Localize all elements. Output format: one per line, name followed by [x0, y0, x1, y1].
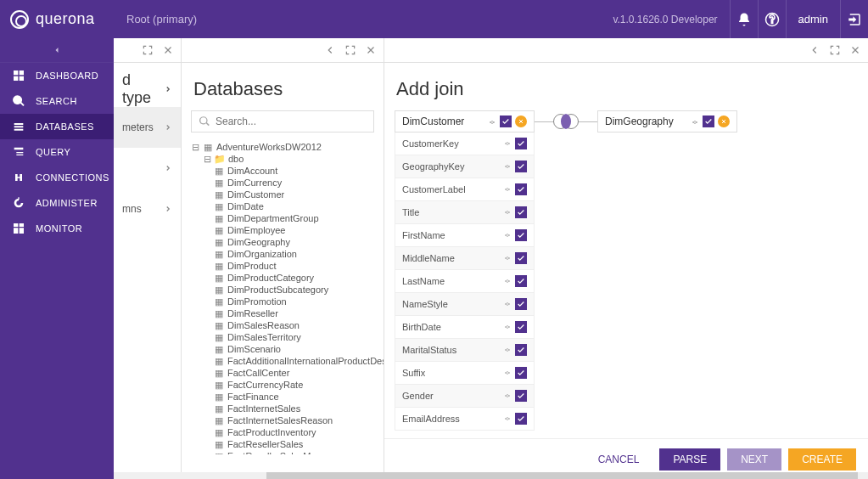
- close-icon[interactable]: [365, 44, 377, 56]
- tree-table[interactable]: ▦DimScenario: [191, 343, 374, 355]
- logout-icon[interactable]: [840, 0, 868, 38]
- expand-toggle-icon[interactable]: [503, 392, 512, 400]
- field-row[interactable]: MaritalStatus: [395, 339, 535, 362]
- tree-table[interactable]: ▦DimGeography: [191, 236, 374, 248]
- help-icon[interactable]: [758, 0, 786, 38]
- field-checkbox[interactable]: [515, 183, 527, 195]
- field-row[interactable]: EmailAddress: [395, 408, 535, 431]
- expand-toggle-icon[interactable]: [503, 277, 512, 285]
- field-row[interactable]: LastName: [395, 270, 535, 293]
- field-checkbox[interactable]: [515, 206, 527, 218]
- remove-button[interactable]: [718, 116, 730, 127]
- tree-table[interactable]: ▦DimSalesReason: [191, 319, 374, 331]
- tree-table[interactable]: ▦FactAdditionalInternationalProductDescr…: [191, 355, 374, 367]
- collapse-icon[interactable]: [488, 117, 496, 126]
- next-button[interactable]: NEXT: [727, 448, 781, 471]
- field-row[interactable]: NameStyle: [395, 293, 535, 316]
- expand-toggle-icon[interactable]: [503, 323, 512, 331]
- sidebar-item-monitor[interactable]: MONITOR: [0, 216, 114, 241]
- search-field[interactable]: [216, 116, 367, 127]
- field-row[interactable]: BirthDate: [395, 316, 535, 339]
- tree-table[interactable]: ▦DimProduct: [191, 260, 374, 272]
- field-checkbox[interactable]: [515, 344, 527, 356]
- expand-toggle-icon[interactable]: [503, 231, 512, 240]
- field-checkbox[interactable]: [515, 252, 527, 264]
- field-checkbox[interactable]: [515, 138, 527, 149]
- tree-database[interactable]: ⊟▦AdventureWorksDW2012: [191, 141, 374, 153]
- field-checkbox[interactable]: [515, 413, 527, 425]
- check-all[interactable]: [500, 116, 512, 127]
- join-type-icon[interactable]: [553, 110, 579, 132]
- tree-table[interactable]: ▦FactProductInventory: [191, 426, 374, 438]
- remove-button[interactable]: [515, 116, 527, 127]
- parse-button[interactable]: PARSE: [659, 448, 720, 471]
- tree-table[interactable]: ▦DimSalesTerritory: [191, 331, 374, 343]
- breadcrumb[interactable]: Root (primary): [114, 13, 197, 25]
- tree-table[interactable]: ▦FactFinance: [191, 391, 374, 403]
- tree-table[interactable]: ▦FactInternetSales: [191, 403, 374, 414]
- expand-toggle-icon[interactable]: [503, 139, 512, 148]
- tree-table[interactable]: ▦FactCallCenter: [191, 367, 374, 379]
- expand-toggle-icon[interactable]: [503, 300, 512, 308]
- expand-icon[interactable]: [142, 44, 154, 56]
- expand-toggle-icon[interactable]: [503, 254, 512, 262]
- expand-icon[interactable]: [829, 44, 841, 56]
- cancel-button[interactable]: CANCEL: [585, 448, 653, 471]
- sidebar-collapse-button[interactable]: [0, 38, 114, 63]
- field-checkbox[interactable]: [515, 298, 527, 310]
- chevron-right-icon[interactable]: [164, 85, 172, 93]
- tree-table[interactable]: ▦DimDepartmentGroup: [191, 212, 374, 224]
- sub-item-columns[interactable]: mns: [114, 189, 181, 229]
- sidebar-item-administer[interactable]: ADMINISTER: [0, 190, 114, 216]
- tree-table[interactable]: ▦DimProductSubcategory: [191, 284, 374, 296]
- tree-schema[interactable]: ⊟📁dbo: [191, 153, 374, 165]
- tree-table[interactable]: ▦DimCustomer: [191, 189, 374, 200]
- sidebar-item-search[interactable]: SEARCH: [0, 88, 114, 114]
- expand-toggle-icon[interactable]: [503, 369, 512, 377]
- field-row[interactable]: Gender: [395, 385, 535, 408]
- tree-table[interactable]: ▦DimOrganization: [191, 248, 374, 260]
- close-icon[interactable]: [849, 44, 861, 56]
- field-row[interactable]: Suffix: [395, 362, 535, 385]
- field-checkbox[interactable]: [515, 390, 527, 402]
- chevron-left-icon[interactable]: [324, 44, 336, 56]
- check-all[interactable]: [703, 116, 714, 127]
- logo[interactable]: querona: [0, 0, 114, 38]
- tree-table[interactable]: ▦DimDate: [191, 200, 374, 212]
- tree-table[interactable]: ▦DimAccount: [191, 165, 374, 177]
- tree-table[interactable]: ▦DimPromotion: [191, 296, 374, 307]
- expand-toggle-icon[interactable]: [503, 162, 512, 171]
- tree-table[interactable]: ▦FactResellerSales: [191, 438, 374, 450]
- expand-toggle-icon[interactable]: [503, 208, 512, 217]
- user-label[interactable]: admin: [786, 0, 840, 38]
- notifications-icon[interactable]: [730, 0, 758, 38]
- expand-toggle-icon[interactable]: [691, 117, 699, 126]
- sidebar-item-connections[interactable]: CONNECTIONS: [0, 165, 114, 190]
- expand-toggle-icon[interactable]: [503, 414, 512, 423]
- close-icon[interactable]: [162, 44, 174, 56]
- tree-table[interactable]: ▦FactInternetSalesReason: [191, 414, 374, 426]
- field-row[interactable]: GeographyKey: [395, 155, 535, 178]
- left-table-select[interactable]: DimCustomer: [395, 110, 535, 132]
- tree-table[interactable]: ▦DimEmployee: [191, 224, 374, 236]
- tree-table[interactable]: ▦FactResellerSalesM: [191, 450, 374, 454]
- field-row[interactable]: CustomerLabel: [395, 178, 535, 201]
- expand-icon[interactable]: [344, 44, 356, 56]
- tree-table[interactable]: ▦DimReseller: [191, 307, 374, 319]
- sidebar-item-query[interactable]: QUERY: [0, 139, 114, 165]
- expand-toggle-icon[interactable]: [503, 185, 512, 194]
- create-button[interactable]: CREATE: [788, 448, 856, 471]
- chevron-left-icon[interactable]: [809, 44, 820, 56]
- field-row[interactable]: FirstName: [395, 224, 535, 247]
- sidebar-item-dashboard[interactable]: DASHBOARD: [0, 63, 114, 88]
- sub-item-blank[interactable]: [114, 148, 181, 189]
- field-checkbox[interactable]: [515, 321, 527, 333]
- tree-table[interactable]: ▦DimCurrency: [191, 177, 374, 189]
- right-table-select[interactable]: DimGeography: [597, 110, 737, 132]
- tree-table[interactable]: ▦DimProductCategory: [191, 272, 374, 284]
- expand-toggle-icon[interactable]: [503, 346, 512, 354]
- sub-item-parameters[interactable]: meters: [114, 107, 181, 148]
- sidebar-item-databases[interactable]: DATABASES: [0, 114, 114, 139]
- horizontal-scrollbar[interactable]: [114, 472, 868, 479]
- field-checkbox[interactable]: [515, 229, 527, 241]
